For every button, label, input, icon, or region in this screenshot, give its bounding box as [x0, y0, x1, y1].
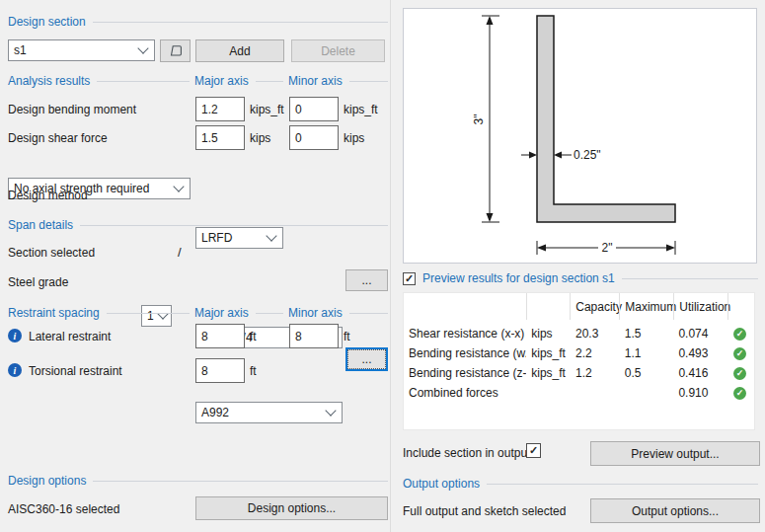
row-utilization: 0.910 [673, 386, 727, 400]
angle-section-shape [537, 16, 675, 222]
shear-force-major-value: 1.5 [201, 131, 218, 145]
header-maximum-cell: Maximum [619, 293, 673, 320]
shear-force-major-unit: kips [250, 131, 270, 145]
divider [93, 22, 388, 23]
chevron-down-icon [266, 230, 276, 241]
preview-output-button[interactable]: Preview output... [590, 441, 760, 466]
divider [256, 81, 283, 82]
steel-grade-combo[interactable]: A992 [195, 402, 343, 423]
output-options-button[interactable]: Output options... [590, 498, 760, 523]
major-axis-title: Major axis [194, 74, 249, 88]
header-unit-cell [526, 293, 571, 320]
preview-results-label: Preview results for design section s1 [422, 271, 615, 285]
design-section-combo[interactable]: s1 [8, 39, 155, 61]
minor-axis-title: Minor axis [288, 74, 343, 88]
restraint-minor-axis-title: Minor axis [288, 306, 343, 320]
header-capacity-cell: Capacity [570, 293, 619, 320]
row-capacity: 2.2 [571, 346, 620, 360]
row-unit: kips_ft [526, 346, 571, 360]
thickness-dimension-label: 0.25" [574, 148, 601, 162]
shear-force-minor-input[interactable]: 0 [289, 125, 339, 150]
restraint-major-axis-title: Major axis [194, 306, 249, 320]
bending-moment-major-input[interactable]: 1.2 [195, 97, 245, 121]
table-row: Combined forces 0.910 ✓ [404, 383, 754, 403]
shear-force-minor-unit: kips [344, 131, 364, 145]
output-options-title: Output options [403, 477, 480, 491]
bending-moment-label: Design bending moment [8, 103, 136, 116]
row-name: Bending resistance (w... [404, 346, 526, 360]
pass-check-icon: ✓ [733, 328, 746, 341]
section-browse-button[interactable]: ... [345, 347, 388, 371]
span-details-header: Span details [8, 218, 388, 232]
torsional-restraint-value: 8 [201, 364, 208, 378]
divider [349, 81, 388, 82]
section-sketch-panel: 3" 0.25" 2" [403, 8, 757, 264]
restraint-minor-axis-header: Minor axis [288, 306, 388, 320]
height-dimension-label: 3" [472, 114, 486, 125]
restraint-spacing-title: Restraint spacing [8, 306, 100, 320]
lateral-restraint-minor-input[interactable]: 8 [289, 324, 339, 348]
shear-force-major-input[interactable]: 1.5 [195, 125, 245, 150]
delete-button[interactable]: Delete [291, 39, 385, 62]
divider [622, 278, 758, 279]
panel-divider [390, 0, 391, 532]
steel-grade-label: Steel grade [8, 275, 68, 289]
row-capacity: 1.2 [571, 366, 620, 380]
divider [256, 313, 283, 314]
row-name: Bending resistance (z-z) [404, 366, 526, 380]
design-section-title: Design section [8, 15, 86, 29]
lateral-restraint-major-value: 8 [201, 330, 208, 343]
results-table-header: Capacity Maximum Utilization [404, 293, 754, 320]
header-name-cell [404, 293, 526, 320]
note-icon [169, 44, 183, 57]
bending-moment-minor-unit: kips_ft [344, 103, 378, 116]
divider [349, 313, 388, 314]
include-section-checkbox[interactable]: ✓ [526, 443, 541, 458]
add-button[interactable]: Add [195, 39, 284, 62]
table-row: Bending resistance (w... kips_ft 2.2 1.1… [404, 343, 754, 363]
include-section-label: Include section in output [403, 446, 530, 460]
info-icon[interactable]: i [8, 363, 22, 377]
output-options-button-label: Output options... [632, 504, 719, 518]
torsional-restraint-label: Torsional restraint [29, 364, 122, 378]
design-options-button[interactable]: Design options... [195, 496, 388, 520]
bending-moment-minor-input[interactable]: 0 [289, 97, 339, 121]
steel-grade-browse-label: ... [361, 273, 371, 287]
analysis-results-title: Analysis results [8, 74, 90, 88]
row-name: Combined forces [404, 386, 526, 400]
torsional-restraint-input[interactable]: 8 [195, 358, 245, 383]
info-icon[interactable]: i [8, 329, 22, 342]
section-selected-label: Section selected [8, 246, 95, 260]
lateral-restraint-major-input[interactable]: 8 [195, 324, 245, 348]
info-glyph: i [14, 365, 17, 376]
chevron-down-icon [325, 405, 336, 416]
row-utilization: 0.416 [673, 366, 727, 380]
info-glyph: i [14, 331, 17, 342]
notes-button[interactable] [160, 39, 191, 62]
preview-results-checkbox[interactable]: ✓ [403, 272, 416, 285]
delete-button-label: Delete [321, 44, 355, 58]
design-options-header: Design options [8, 474, 388, 488]
add-button-label: Add [229, 44, 250, 58]
shear-force-label: Design shear force [8, 131, 108, 145]
header-status-cell [727, 293, 754, 320]
row-unit: kips_ft [526, 366, 571, 380]
major-axis-header: Major axis [194, 74, 283, 88]
width-dimension-label: 2" [602, 241, 613, 255]
divider [487, 484, 758, 485]
lateral-restraint-minor-unit: ft [344, 330, 350, 343]
shear-force-minor-value: 0 [295, 131, 302, 145]
steel-grade-browse-button[interactable]: ... [345, 269, 388, 291]
design-section-combo-value: s1 [14, 43, 27, 57]
design-code-status: AISC360-16 selected [8, 502, 119, 516]
row-unit: kips [526, 327, 571, 341]
pass-check-icon: ✓ [733, 347, 746, 360]
pass-check-icon: ✓ [733, 367, 746, 380]
row-maximum: 1.1 [620, 346, 674, 360]
bending-moment-minor-value: 0 [295, 103, 302, 116]
divider [93, 481, 388, 482]
chevron-down-icon [173, 181, 184, 191]
row-maximum: 0.5 [620, 366, 674, 380]
lateral-restraint-minor-value: 8 [295, 330, 302, 343]
table-row: Shear resistance (x-x) kips 20.3 1.5 0.0… [404, 324, 754, 343]
